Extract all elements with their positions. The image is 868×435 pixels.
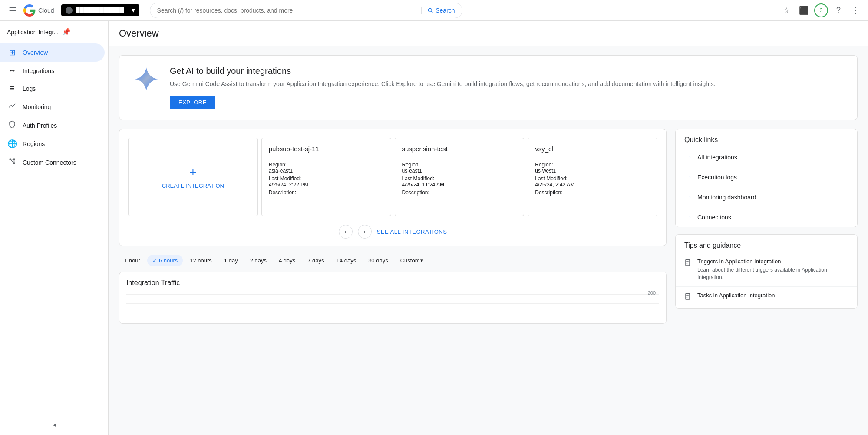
logs-icon: ≡	[7, 84, 17, 93]
integration-card-0[interactable]: pubsub-test-sj-11 Region: asia-east1 Las…	[261, 138, 391, 216]
terminal-icon[interactable]: ⬛	[797, 3, 811, 17]
int-card-desc-1: Description:	[402, 189, 517, 196]
search-input[interactable]	[157, 7, 418, 14]
search-icon	[427, 7, 434, 14]
create-plus-icon: +	[189, 165, 196, 179]
layout: Application Integr... 📌 ⊞ Overview ↔ Int…	[0, 21, 868, 435]
document-icon	[684, 259, 692, 267]
svg-point-2	[13, 159, 15, 160]
int-card-name-1: suspension-test	[402, 145, 517, 156]
sidebar-label-integrations: Integrations	[23, 67, 54, 74]
tip-item-0[interactable]: Triggers in Application Integration Lear…	[676, 253, 857, 287]
sidebar-label-custom-connectors: Custom Connectors	[23, 159, 76, 166]
time-btn-30days[interactable]: 30 days	[363, 255, 393, 266]
tip-item-1[interactable]: Tasks in Application Integration	[676, 287, 857, 308]
time-btn-1day[interactable]: 1 day	[219, 255, 243, 266]
quick-link-all-integrations[interactable]: → All integrations	[676, 147, 857, 167]
tip-title-1: Tasks in Application Integration	[697, 292, 775, 299]
quick-links-card: Quick links → All integrations → Executi…	[675, 129, 858, 227]
ai-banner: Get AI to build your integrations Use Ge…	[119, 55, 858, 120]
gemini-logo-icon	[133, 66, 159, 92]
sidebar-item-custom-connectors[interactable]: Custom Connectors	[0, 153, 105, 172]
ai-banner-text: Get AI to build your integrations Use Ge…	[170, 66, 716, 109]
tip-text-1: Tasks in Application Integration	[697, 292, 775, 300]
arrow-icon-2: →	[684, 193, 692, 202]
explore-button[interactable]: EXPLORE	[170, 96, 215, 109]
time-btn-1hour[interactable]: 1 hour	[119, 255, 145, 266]
sidebar-item-integrations[interactable]: ↔ Integrations	[0, 62, 105, 80]
ai-banner-description: Use Germini Code Assist to transform you…	[170, 80, 716, 89]
custom-chevron-icon: ▾	[420, 257, 423, 264]
sidebar-item-auth-profiles[interactable]: Auth Profiles	[0, 116, 105, 135]
create-integration-card[interactable]: + CREATE INTEGRATION	[128, 138, 258, 216]
quick-link-execution-logs[interactable]: → Execution logs	[676, 167, 857, 187]
traffic-chart-svg	[126, 290, 659, 316]
star-icon[interactable]: ☆	[779, 3, 793, 17]
time-btn-custom[interactable]: Custom ▾	[395, 255, 429, 266]
chart-icon	[8, 102, 16, 110]
menu-icon[interactable]: ☰	[5, 2, 20, 19]
int-card-region-label-2: Region: us-west1	[535, 162, 650, 174]
quick-link-text-3: Connections	[697, 214, 731, 221]
integration-card-1[interactable]: suspension-test Region: us-east1 Last Mo…	[395, 138, 525, 216]
sidebar-nav: ⊞ Overview ↔ Integrations ≡ Logs Monitor…	[0, 40, 108, 414]
sidebar-item-logs[interactable]: ≡ Logs	[0, 80, 105, 97]
help-icon[interactable]: ?	[832, 3, 845, 17]
next-page-button[interactable]: ›	[358, 225, 372, 239]
notification-badge[interactable]: 3	[814, 3, 828, 17]
time-btn-2days[interactable]: 2 days	[245, 255, 272, 266]
content-area: Get AI to build your integrations Use Ge…	[109, 46, 868, 332]
see-all-integrations-link[interactable]: SEE ALL INTEGRATIONS	[377, 229, 447, 235]
lower-section: + CREATE INTEGRATION pubsub-test-sj-11 R…	[119, 129, 858, 324]
topbar: ☰ Cloud ████████████ ▾ Search ☆ ⬛ 3 ? ⋮	[0, 0, 868, 21]
quick-link-monitoring-dashboard[interactable]: → Monitoring dashboard	[676, 187, 857, 207]
tip-doc-icon-1	[684, 293, 692, 303]
time-btn-12hours[interactable]: 12 hours	[185, 255, 217, 266]
collapse-button[interactable]: ◂	[3, 418, 105, 432]
google-logo-icon	[23, 4, 36, 17]
monitoring-icon	[7, 102, 17, 112]
sidebar-item-monitoring[interactable]: Monitoring	[0, 97, 105, 116]
overview-icon: ⊞	[7, 48, 17, 57]
shield-icon	[8, 120, 16, 128]
integrations-icon: ↔	[7, 66, 17, 75]
tip-desc-0: Learn about the different triggers avail…	[697, 266, 848, 281]
arrow-icon-3: →	[684, 213, 692, 222]
time-btn-14days[interactable]: 14 days	[331, 255, 362, 266]
int-card-region-label-0: Region: asia-east1	[269, 162, 384, 174]
more-icon[interactable]: ⋮	[849, 3, 863, 17]
tips-title: Tips and guidance	[676, 235, 857, 253]
create-integration-label: CREATE INTEGRATION	[162, 183, 224, 189]
tip-doc-icon-0	[684, 259, 692, 269]
quick-link-text-2: Monitoring dashboard	[697, 194, 756, 201]
main-content: Overview	[109, 21, 868, 435]
time-btn-6hours[interactable]: ✓ 6 hours	[147, 255, 183, 266]
page-header: Overview	[109, 21, 868, 46]
svg-line-5	[11, 160, 14, 163]
gemini-star-icon	[133, 66, 159, 92]
auth-icon	[7, 120, 17, 130]
quick-link-connections[interactable]: → Connections	[676, 207, 857, 227]
int-card-desc-0: Description:	[269, 189, 384, 196]
check-icon: ✓	[152, 257, 157, 264]
time-btn-4days[interactable]: 4 days	[274, 255, 300, 266]
lower-left: + CREATE INTEGRATION pubsub-test-sj-11 R…	[119, 129, 667, 324]
svg-rect-9	[686, 260, 690, 266]
sidebar-item-regions[interactable]: 🌐 Regions	[0, 135, 105, 153]
svg-point-0	[10, 159, 11, 160]
sidebar-pin-icon[interactable]: 📌	[62, 28, 71, 36]
gc-logo-text: Cloud	[38, 7, 54, 14]
quick-link-text-0: All integrations	[697, 154, 737, 161]
search-bar[interactable]: Search	[150, 3, 462, 18]
sidebar-item-overview[interactable]: ⊞ Overview	[0, 43, 105, 62]
project-selector[interactable]: ████████████ ▾	[61, 4, 139, 16]
quick-link-text-1: Execution logs	[697, 174, 737, 181]
integration-card-2[interactable]: vsy_cl Region: us-west1 Last Modified: 4…	[528, 138, 657, 216]
time-btn-7days[interactable]: 7 days	[302, 255, 329, 266]
arrow-icon-1: →	[684, 173, 692, 182]
tip-title-0: Triggers in Application Integration	[697, 258, 848, 265]
tip-text-0: Triggers in Application Integration Lear…	[697, 258, 848, 281]
prev-page-button[interactable]: ‹	[339, 225, 353, 239]
search-button[interactable]: Search	[421, 7, 455, 14]
connectors-icon	[7, 157, 17, 167]
